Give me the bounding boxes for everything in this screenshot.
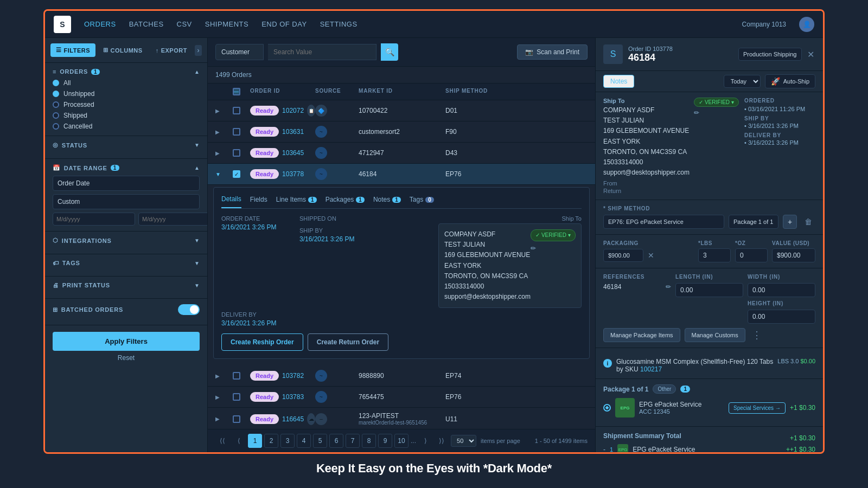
next-page-btn[interactable]: ⟩ [418, 434, 432, 448]
order-filter-processed[interactable]: Processed [53, 101, 200, 108]
nav-orders[interactable]: ORDERS [84, 20, 116, 28]
row-checkbox[interactable] [233, 128, 240, 136]
table-row[interactable]: ▶ Ready 103783 ~ 7654475 EP76 [208, 387, 595, 408]
expand-icon[interactable]: ▼ [215, 171, 233, 177]
order-link[interactable]: 116645 [282, 415, 304, 423]
detail-tab-packages[interactable]: Packages 1 [326, 195, 365, 208]
table-row[interactable]: ▶ Ready 103631 ~ customersort2 F90 [208, 121, 595, 143]
tab-columns[interactable]: ⊞ COLUMNS [98, 43, 148, 57]
table-row[interactable]: ▶ Ready 103645 ~ 4712947 D43 [208, 143, 595, 164]
batched-orders-toggle[interactable] [178, 304, 200, 315]
page-8-btn[interactable]: 8 [362, 434, 376, 448]
first-page-btn[interactable]: ⟨⟨ [215, 434, 229, 448]
nav-batches[interactable]: BATCHES [129, 20, 164, 28]
detail-tab-fields[interactable]: Fields [250, 195, 267, 208]
page-7-btn[interactable]: 7 [346, 434, 360, 448]
create-return-button[interactable]: Create Return Order [308, 333, 388, 351]
row-checkbox[interactable] [233, 415, 240, 423]
add-package-button[interactable]: + [783, 215, 797, 229]
value-usd-input[interactable] [772, 248, 815, 262]
order-link[interactable]: 102072 [282, 107, 304, 114]
page-10-btn[interactable]: 10 [394, 434, 409, 448]
packaging-type-select[interactable]: $900.00 [603, 249, 643, 262]
order-filter-unshipped[interactable]: Unshipped [53, 90, 200, 98]
manage-customs-btn[interactable]: Manage Customs [685, 328, 745, 342]
order-filter-shipped[interactable]: Shipped [53, 112, 200, 119]
reset-filters-button[interactable]: Reset [53, 354, 200, 362]
user-avatar[interactable]: 👤 [799, 17, 814, 32]
expand-icon[interactable]: ▶ [215, 373, 233, 379]
clear-packaging-btn[interactable]: ✕ [646, 251, 656, 260]
width-input[interactable] [748, 283, 815, 297]
tab-export[interactable]: ↑ EXPORT [150, 44, 193, 57]
per-page-select[interactable]: 50 [451, 435, 476, 447]
last-page-btn[interactable]: ⟩⟩ [435, 434, 449, 448]
tab-filters[interactable]: ☰ FILTERS [50, 43, 95, 57]
length-input[interactable] [675, 283, 743, 297]
search-input[interactable] [268, 44, 376, 60]
detail-tab-notes[interactable]: Notes 1 [373, 195, 401, 208]
carrier-radio[interactable] [603, 404, 611, 412]
table-row[interactable]: ▶ Ready 103782 ~ 9888890 EP74 [208, 365, 595, 387]
page-4-btn[interactable]: 4 [297, 434, 311, 448]
order-link[interactable]: 103645 [282, 149, 304, 157]
order-filter-all[interactable]: All [53, 79, 200, 87]
page-6-btn[interactable]: 6 [329, 434, 343, 448]
edit-ship-to-icon[interactable]: ✏ [531, 243, 576, 254]
date-to-input[interactable] [138, 213, 208, 226]
page-3-btn[interactable]: 3 [280, 434, 295, 448]
expand-icon[interactable]: ▶ [215, 129, 233, 135]
date-chevron[interactable]: ▲ [194, 165, 200, 171]
expand-icon[interactable]: ▶ [215, 394, 233, 400]
table-row[interactable]: ▶ Ready 102072 📋 🔷 10700422 D01 [208, 100, 595, 121]
row-checkbox[interactable] [233, 372, 240, 380]
table-row[interactable]: ▼ ✓ Ready 103778 ~ 46184 EP76 [208, 164, 595, 185]
order-link[interactable]: 103778 [282, 170, 304, 178]
row-checkbox[interactable]: ✓ [233, 170, 240, 178]
order-date-select[interactable]: Order Date [53, 176, 200, 191]
integrations-chevron[interactable]: ▼ [194, 237, 200, 243]
expand-icon[interactable]: ▶ [215, 150, 233, 156]
notes-tab[interactable]: Notes [603, 75, 634, 88]
nav-settings[interactable]: SETTINGS [320, 20, 358, 28]
nav-shipments[interactable]: SHIPMENTS [205, 20, 248, 28]
status-chevron[interactable]: ▼ [194, 142, 200, 148]
expand-icon[interactable]: ▶ [215, 108, 233, 114]
page-5-btn[interactable]: 5 [313, 434, 327, 448]
detail-tab-tags[interactable]: Tags 0 [410, 195, 434, 208]
autoship-button[interactable]: 🚀 Auto-Ship [765, 74, 815, 88]
create-reship-button[interactable]: Create Reship Order [221, 333, 303, 351]
oz-input[interactable] [735, 248, 768, 262]
nav-end-of-day[interactable]: END OF DAY [261, 20, 307, 28]
order-link[interactable]: 103631 [282, 128, 304, 136]
scan-and-print-button[interactable]: 📷 Scan and Print [517, 44, 588, 60]
today-select[interactable]: Today [724, 75, 761, 88]
page-1-btn[interactable]: 1 [248, 434, 262, 448]
print-chevron[interactable]: ▼ [194, 282, 200, 288]
delete-package-button[interactable]: 🗑 [801, 215, 815, 229]
detail-tab-line-items[interactable]: Line Items 1 [276, 195, 317, 208]
customer-filter-select[interactable]: Customer [215, 44, 264, 60]
edit-address-icon[interactable]: ✏ [694, 109, 699, 117]
ship-method-select[interactable]: EP76: EPG ePacket Service [603, 215, 724, 229]
special-services-button[interactable]: Special Services → [729, 402, 786, 414]
nav-csv[interactable]: CSV [177, 20, 192, 28]
height-input[interactable] [748, 310, 815, 324]
row-checkbox[interactable] [233, 149, 240, 157]
row-checkbox[interactable] [233, 107, 240, 114]
expand-icon[interactable]: ▶ [215, 416, 233, 422]
manage-package-items-btn[interactable]: Manage Package Items [603, 328, 680, 342]
prev-page-btn[interactable]: ⟨ [232, 434, 246, 448]
apply-filters-button[interactable]: Apply Filters [53, 332, 200, 351]
more-options-btn[interactable]: ⋮ [750, 328, 764, 342]
page-9-btn[interactable]: 9 [378, 434, 392, 448]
collapse-panel-btn[interactable]: › [195, 45, 202, 56]
close-detail-button[interactable]: ✕ [806, 48, 815, 61]
table-row[interactable]: ▶ Ready 116645 ☁ – 123-APITEST marektOrd… [208, 408, 595, 429]
search-button[interactable]: 🔍 [381, 43, 398, 61]
date-range-select[interactable]: Custom [53, 194, 200, 209]
row-checkbox[interactable] [233, 393, 240, 401]
lbs-input[interactable] [698, 248, 731, 262]
package-select[interactable]: Package 1 of 1 [729, 215, 778, 229]
order-filter-cancelled[interactable]: Cancelled [53, 123, 200, 130]
